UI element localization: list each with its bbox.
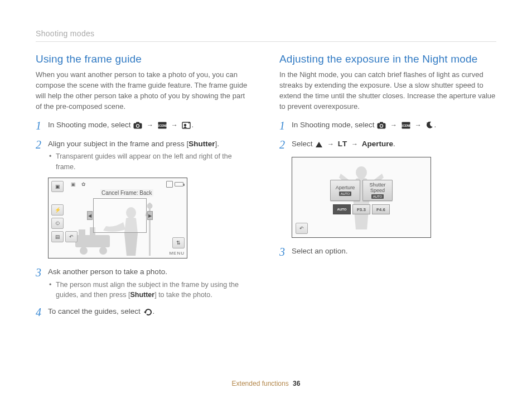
shutter-label: Shutter xyxy=(130,291,154,299)
step-text: Select xyxy=(292,140,315,148)
step-body: Ask another person to take a photo. The … xyxy=(48,266,253,300)
mode-icon: ▣ xyxy=(51,181,64,192)
shutter-speed-button: Shutter Speed AUTO xyxy=(362,180,393,201)
back-icon: ↶ xyxy=(65,231,78,242)
battery-icon xyxy=(175,182,183,186)
night-icon xyxy=(425,121,433,132)
night-mode-intro: In the Night mode, you can catch brief f… xyxy=(279,70,496,112)
right-handle-icon: ▶ xyxy=(147,211,153,220)
button-label: Shutter xyxy=(369,182,385,188)
page-number: 36 xyxy=(293,380,300,387)
step-number: 3 xyxy=(279,246,292,258)
up-triangle-icon xyxy=(315,140,323,151)
step-number: 3 xyxy=(36,266,48,279)
manual-page: Shooting modes Using the frame guide Whe… xyxy=(0,0,532,402)
two-column-layout: Using the frame guide When you want anot… xyxy=(36,53,496,324)
value-buttons: AUTO F3.3 F4.6 xyxy=(333,204,390,214)
svg-text:SCENE: SCENE xyxy=(158,124,167,127)
svg-point-15 xyxy=(147,203,153,209)
button-label: Aperture xyxy=(336,185,355,190)
svg-point-24 xyxy=(356,166,367,179)
step-text: In Shooting mode, select xyxy=(48,121,133,129)
timer-icon: ⏲ xyxy=(51,218,64,229)
step-number: 4 xyxy=(36,306,48,318)
wifi-icon: ⇅ xyxy=(172,237,185,248)
camera-icon xyxy=(133,121,142,132)
svg-rect-17 xyxy=(380,122,383,124)
display-icon: ▤ xyxy=(51,231,64,242)
step-body: In Shooting mode, select → SCENE → . xyxy=(48,119,194,132)
step-body: Select → LT → Aperture. xyxy=(292,138,395,151)
left-handle-icon: ◀ xyxy=(87,211,93,220)
step-body: In Shooting mode, select → SCENE → . xyxy=(292,119,436,132)
left-step-3: 3 Ask another person to take a photo. Th… xyxy=(36,266,253,300)
bullet-text: ] to take the photo. xyxy=(154,291,212,299)
svg-rect-9 xyxy=(75,235,110,247)
composition-frame: ◀ ▶ xyxy=(93,198,147,233)
right-column: Adjusting the exposure in the Night mode… xyxy=(279,53,496,324)
svg-point-3 xyxy=(137,125,139,127)
svg-point-13 xyxy=(99,247,107,255)
right-step-1: 1 In Shooting mode, select → SCENE → . xyxy=(279,119,496,132)
scene-icon: SCENE xyxy=(158,121,167,132)
left-icon-stack: ▣ ⚡ ⏲ ▤ ↶ xyxy=(51,181,78,242)
frame-guide-icon xyxy=(182,121,191,132)
shutter-label: Shutter xyxy=(188,140,215,148)
page-footer: Extended functions 36 xyxy=(0,380,532,387)
right-step-2: 2 Select → LT → Aperture. xyxy=(279,138,496,151)
arrow-icon: → xyxy=(327,140,334,148)
step-bullet: Transparent guides will appear on the le… xyxy=(48,151,253,173)
right-step-3: 3 Select an option. xyxy=(279,246,496,258)
aperture-label: Aperture xyxy=(362,140,393,148)
camera-icon xyxy=(377,121,386,132)
night-mode-screenshot: Aperture AUTO Shutter Speed AUTO AUTO F3… xyxy=(292,157,431,238)
arrow-icon: → xyxy=(351,140,358,148)
svg-point-7 xyxy=(184,124,186,126)
svg-text:SCENE: SCENE xyxy=(402,124,410,127)
step-text: Ask another person to take a photo. xyxy=(48,267,167,276)
step-number: 1 xyxy=(279,119,292,132)
svg-point-12 xyxy=(80,247,88,255)
footer-section: Extended functions xyxy=(232,380,289,387)
left-step-1: 1 In Shooting mode, select → SCENE → . xyxy=(36,119,253,132)
svg-point-19 xyxy=(380,125,383,127)
left-column: Using the frame guide When you want anot… xyxy=(36,53,253,324)
frame-guide-heading: Using the frame guide xyxy=(36,53,253,65)
f46-value-button: F4.6 xyxy=(372,204,390,214)
flash-icon: ⚡ xyxy=(51,204,64,216)
storage-icon xyxy=(166,181,173,188)
step-body: Align your subject in the frame and pres… xyxy=(48,138,253,173)
step-number: 2 xyxy=(36,138,48,151)
left-step-4: 4 To cancel the guides, select . xyxy=(36,306,253,319)
step-bullet: The person must align the subject in the… xyxy=(48,280,253,301)
arrow-icon: → xyxy=(171,121,178,129)
period: . xyxy=(153,307,155,315)
left-step-2: 2 Align your subject in the frame and pr… xyxy=(36,138,253,173)
step-number: 2 xyxy=(279,138,292,151)
step-text: Align your subject in the frame and pres… xyxy=(48,140,188,148)
auto-badge: AUTO xyxy=(339,192,352,196)
aperture-button: Aperture AUTO xyxy=(330,180,360,201)
frame-guide-intro: When you want another person to take a p… xyxy=(36,70,253,112)
f33-value-button: F3.3 xyxy=(352,204,370,214)
night-mode-heading: Adjusting the exposure in the Night mode xyxy=(279,53,496,65)
period: . xyxy=(393,140,395,148)
arrow-icon: → xyxy=(415,121,422,129)
top-indicator: ▣ ✿ xyxy=(71,181,86,187)
back-icon: ↶ xyxy=(296,223,308,234)
exposure-buttons: Aperture AUTO Shutter Speed AUTO xyxy=(330,180,393,201)
arrow-icon: → xyxy=(147,121,153,129)
step-text: ]. xyxy=(215,140,219,148)
period: . xyxy=(191,121,194,129)
step-body: Select an option. xyxy=(292,246,348,257)
frame-guide-screenshot: ▣ ⚡ ⏲ ▤ ↶ ▣ ✿ Cancel Frame: Back ◀ xyxy=(48,178,187,259)
step-body: To cancel the guides, select . xyxy=(48,306,154,319)
svg-point-22 xyxy=(427,123,428,124)
lt-icon: LT xyxy=(338,140,348,148)
cancel-frame-label: Cancel Frame: Back xyxy=(100,189,153,197)
button-label: Speed xyxy=(370,188,385,193)
arrow-icon: → xyxy=(390,121,397,129)
menu-label: MENU xyxy=(169,251,185,256)
breadcrumb: Shooting modes xyxy=(36,29,496,42)
step-text: To cancel the guides, select xyxy=(48,307,143,315)
